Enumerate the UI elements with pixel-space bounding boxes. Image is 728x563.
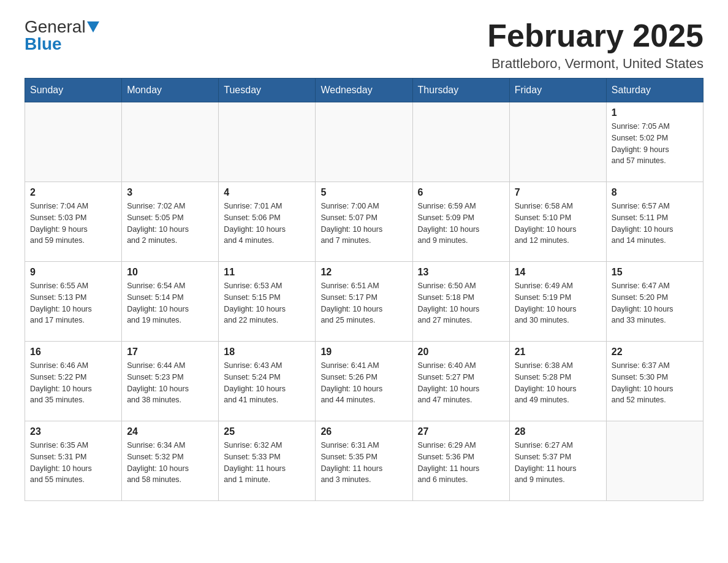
calendar-cell: 20Sunrise: 6:40 AM Sunset: 5:27 PM Dayli… (412, 342, 509, 421)
calendar-cell: 7Sunrise: 6:58 AM Sunset: 5:10 PM Daylig… (509, 182, 606, 262)
day-number: 9 (30, 267, 116, 278)
calendar-cell: 15Sunrise: 6:47 AM Sunset: 5:20 PM Dayli… (606, 262, 703, 342)
calendar-week-5: 23Sunrise: 6:35 AM Sunset: 5:31 PM Dayli… (25, 421, 703, 501)
day-number: 4 (224, 187, 310, 198)
day-number: 27 (418, 426, 504, 437)
calendar-cell: 14Sunrise: 6:49 AM Sunset: 5:19 PM Dayli… (509, 262, 606, 342)
day-info: Sunrise: 6:53 AM Sunset: 5:15 PM Dayligh… (224, 280, 310, 326)
calendar-cell: 16Sunrise: 6:46 AM Sunset: 5:22 PM Dayli… (25, 342, 122, 421)
calendar-cell: 18Sunrise: 6:43 AM Sunset: 5:24 PM Dayli… (219, 342, 316, 421)
calendar-cell: 23Sunrise: 6:35 AM Sunset: 5:31 PM Dayli… (25, 421, 122, 501)
calendar-cell: 11Sunrise: 6:53 AM Sunset: 5:15 PM Dayli… (219, 262, 316, 342)
calendar-header-row: SundayMondayTuesdayWednesdayThursdayFrid… (25, 79, 703, 102)
day-number: 23 (30, 426, 116, 437)
calendar-cell (25, 102, 122, 182)
weekday-header-tuesday: Tuesday (219, 79, 316, 102)
calendar-cell (316, 102, 412, 182)
day-info: Sunrise: 6:31 AM Sunset: 5:35 PM Dayligh… (320, 440, 407, 486)
calendar-cell: 25Sunrise: 6:32 AM Sunset: 5:33 PM Dayli… (219, 421, 316, 501)
day-number: 25 (224, 426, 310, 437)
day-number: 22 (612, 347, 698, 358)
day-info: Sunrise: 6:27 AM Sunset: 5:37 PM Dayligh… (515, 440, 601, 486)
day-number: 1 (612, 107, 698, 118)
logo-blue: Blue (25, 36, 62, 53)
day-info: Sunrise: 6:58 AM Sunset: 5:10 PM Dayligh… (515, 201, 601, 247)
weekday-header-sunday: Sunday (25, 79, 122, 102)
day-info: Sunrise: 6:40 AM Sunset: 5:27 PM Dayligh… (418, 360, 504, 406)
day-info: Sunrise: 6:54 AM Sunset: 5:14 PM Dayligh… (127, 280, 213, 326)
calendar-week-1: 1Sunrise: 7:05 AM Sunset: 5:02 PM Daylig… (25, 102, 703, 182)
day-number: 18 (224, 347, 310, 358)
day-info: Sunrise: 6:37 AM Sunset: 5:30 PM Dayligh… (612, 360, 698, 406)
day-info: Sunrise: 7:01 AM Sunset: 5:06 PM Dayligh… (224, 201, 310, 247)
day-number: 13 (418, 267, 504, 278)
calendar-cell: 17Sunrise: 6:44 AM Sunset: 5:23 PM Dayli… (122, 342, 219, 421)
day-info: Sunrise: 7:02 AM Sunset: 5:05 PM Dayligh… (127, 201, 213, 247)
calendar-week-4: 16Sunrise: 6:46 AM Sunset: 5:22 PM Dayli… (25, 342, 703, 421)
day-info: Sunrise: 6:34 AM Sunset: 5:32 PM Dayligh… (127, 440, 213, 486)
logo: General Blue (25, 18, 99, 53)
day-number: 26 (320, 426, 407, 437)
day-number: 19 (320, 347, 407, 358)
calendar-cell: 22Sunrise: 6:37 AM Sunset: 5:30 PM Dayli… (606, 342, 703, 421)
day-number: 14 (515, 267, 601, 278)
day-info: Sunrise: 6:43 AM Sunset: 5:24 PM Dayligh… (224, 360, 310, 406)
calendar-cell: 10Sunrise: 6:54 AM Sunset: 5:14 PM Dayli… (122, 262, 219, 342)
day-number: 20 (418, 347, 504, 358)
calendar-cell: 4Sunrise: 7:01 AM Sunset: 5:06 PM Daylig… (219, 182, 316, 262)
calendar-cell: 21Sunrise: 6:38 AM Sunset: 5:28 PM Dayli… (509, 342, 606, 421)
calendar-cell: 19Sunrise: 6:41 AM Sunset: 5:26 PM Dayli… (316, 342, 412, 421)
calendar-cell: 1Sunrise: 7:05 AM Sunset: 5:02 PM Daylig… (606, 102, 703, 182)
weekday-header-saturday: Saturday (606, 79, 703, 102)
calendar-cell: 3Sunrise: 7:02 AM Sunset: 5:05 PM Daylig… (122, 182, 219, 262)
title-section: February 2025 Brattleboro, Vermont, Unit… (487, 18, 703, 72)
day-number: 11 (224, 267, 310, 278)
logo-general: General (25, 18, 86, 36)
day-number: 28 (515, 426, 601, 437)
calendar-cell: 6Sunrise: 6:59 AM Sunset: 5:09 PM Daylig… (412, 182, 509, 262)
calendar-cell (509, 102, 606, 182)
calendar-cell: 26Sunrise: 6:31 AM Sunset: 5:35 PM Dayli… (316, 421, 412, 501)
day-info: Sunrise: 6:57 AM Sunset: 5:11 PM Dayligh… (612, 201, 698, 247)
day-info: Sunrise: 6:55 AM Sunset: 5:13 PM Dayligh… (30, 280, 116, 326)
day-number: 7 (515, 187, 601, 198)
calendar-cell (219, 102, 316, 182)
day-number: 21 (515, 347, 601, 358)
day-number: 17 (127, 347, 213, 358)
page-header: General Blue February 2025 Brattleboro, … (25, 18, 703, 72)
calendar-cell (122, 102, 219, 182)
day-number: 2 (30, 187, 116, 198)
location-title: Brattleboro, Vermont, United States (487, 56, 703, 72)
day-info: Sunrise: 6:59 AM Sunset: 5:09 PM Dayligh… (418, 201, 504, 247)
day-info: Sunrise: 6:41 AM Sunset: 5:26 PM Dayligh… (320, 360, 407, 406)
calendar-week-2: 2Sunrise: 7:04 AM Sunset: 5:03 PM Daylig… (25, 182, 703, 262)
calendar-cell: 8Sunrise: 6:57 AM Sunset: 5:11 PM Daylig… (606, 182, 703, 262)
day-number: 6 (418, 187, 504, 198)
day-number: 5 (320, 187, 407, 198)
day-info: Sunrise: 7:05 AM Sunset: 5:02 PM Dayligh… (612, 121, 698, 167)
calendar-week-3: 9Sunrise: 6:55 AM Sunset: 5:13 PM Daylig… (25, 262, 703, 342)
calendar-cell: 28Sunrise: 6:27 AM Sunset: 5:37 PM Dayli… (509, 421, 606, 501)
day-info: Sunrise: 7:00 AM Sunset: 5:07 PM Dayligh… (320, 201, 407, 247)
day-info: Sunrise: 6:49 AM Sunset: 5:19 PM Dayligh… (515, 280, 601, 326)
day-info: Sunrise: 6:29 AM Sunset: 5:36 PM Dayligh… (418, 440, 504, 486)
calendar-cell (412, 102, 509, 182)
calendar-cell: 12Sunrise: 6:51 AM Sunset: 5:17 PM Dayli… (316, 262, 412, 342)
month-title: February 2025 (487, 18, 703, 53)
weekday-header-monday: Monday (122, 79, 219, 102)
day-number: 16 (30, 347, 116, 358)
calendar-cell: 13Sunrise: 6:50 AM Sunset: 5:18 PM Dayli… (412, 262, 509, 342)
day-number: 12 (320, 267, 407, 278)
calendar-cell: 9Sunrise: 6:55 AM Sunset: 5:13 PM Daylig… (25, 262, 122, 342)
day-info: Sunrise: 6:44 AM Sunset: 5:23 PM Dayligh… (127, 360, 213, 406)
day-info: Sunrise: 6:46 AM Sunset: 5:22 PM Dayligh… (30, 360, 116, 406)
day-info: Sunrise: 6:47 AM Sunset: 5:20 PM Dayligh… (612, 280, 698, 326)
weekday-header-wednesday: Wednesday (316, 79, 412, 102)
day-number: 8 (612, 187, 698, 198)
day-info: Sunrise: 6:50 AM Sunset: 5:18 PM Dayligh… (418, 280, 504, 326)
day-info: Sunrise: 7:04 AM Sunset: 5:03 PM Dayligh… (30, 201, 116, 247)
day-number: 15 (612, 267, 698, 278)
calendar-table: SundayMondayTuesdayWednesdayThursdayFrid… (25, 78, 703, 501)
calendar-cell: 5Sunrise: 7:00 AM Sunset: 5:07 PM Daylig… (316, 182, 412, 262)
calendar-cell (606, 421, 703, 501)
